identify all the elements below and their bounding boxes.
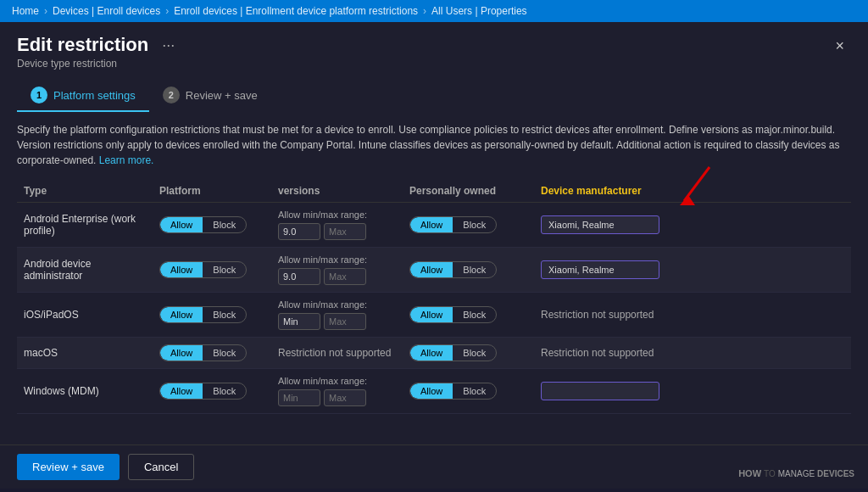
version-label: Allow min/max range: — [278, 210, 396, 220]
platform-block-btn[interactable]: Block — [203, 262, 246, 277]
version-min-input[interactable] — [278, 313, 320, 330]
version-min-input[interactable] — [278, 268, 320, 285]
personally-allow-btn[interactable]: Allow — [410, 345, 453, 361]
col-type: Type — [17, 180, 153, 203]
manufacturer-input[interactable] — [541, 382, 659, 400]
header-area: Edit restriction ··· Device type restric… — [0, 22, 868, 70]
personally-allow-btn[interactable]: Allow — [410, 383, 453, 399]
cell-platform: AllowBlock — [153, 369, 271, 414]
cancel-button[interactable]: Cancel — [128, 454, 194, 480]
cell-personally-owned: AllowBlock — [403, 369, 534, 414]
cell-personally-owned: AllowBlock — [403, 293, 534, 338]
cell-device-manufacturer — [534, 369, 851, 414]
col-personally-owned: Personally owned — [403, 180, 534, 203]
cell-platform: AllowBlock — [153, 203, 271, 248]
breadcrumb-platform[interactable]: Enroll devices | Enrollment device platf… — [174, 5, 418, 17]
personally-block-btn[interactable]: Block — [453, 262, 496, 277]
content-area: Specify the platform configuration restr… — [0, 112, 868, 444]
breadcrumb-sep2: › — [165, 5, 169, 17]
ellipsis-button[interactable]: ··· — [157, 35, 180, 56]
description-text: Specify the platform configuration restr… — [17, 122, 851, 168]
cell-type: Android Enterprise (work profile) — [17, 203, 153, 248]
version-not-supported: Restriction not supported — [278, 347, 391, 359]
platform-block-btn[interactable]: Block — [203, 383, 246, 399]
platform-allow-btn[interactable]: Allow — [160, 262, 203, 277]
watermark: HOW TO MANAGE DEVICES — [738, 468, 854, 478]
table-row: Android Enterprise (work profile)AllowBl… — [17, 203, 851, 248]
title-group: Edit restriction ··· Device type restric… — [17, 34, 180, 70]
tab-review-save[interactable]: 2 Review + save — [149, 80, 271, 112]
watermark-devices: DEVICES — [817, 469, 854, 478]
platform-block-btn[interactable]: Block — [203, 217, 246, 232]
page-title: Edit restriction — [17, 34, 148, 56]
cell-platform: AllowBlock — [153, 248, 271, 293]
platform-allow-btn[interactable]: Allow — [160, 307, 203, 322]
cell-type: iOS/iPadOS — [17, 293, 153, 338]
review-save-button[interactable]: Review + save — [17, 454, 120, 480]
col-platform: Platform — [153, 180, 271, 203]
table-header-row: Type Platform versions Personally owned … — [17, 180, 851, 203]
version-label: Allow min/max range: — [278, 376, 396, 386]
close-button[interactable]: × — [828, 34, 851, 59]
tabs-row: 1 Platform settings 2 Review + save — [0, 70, 868, 112]
version-max-input[interactable] — [324, 389, 366, 406]
manufacturer-input[interactable] — [541, 215, 659, 234]
breadcrumb-allusers[interactable]: All Users | Properties — [431, 5, 526, 17]
platform-allow-btn[interactable]: Allow — [160, 217, 203, 232]
manufacturer-input[interactable] — [541, 260, 659, 279]
personally-allow-btn[interactable]: Allow — [410, 217, 453, 232]
watermark-manage: MANAGE — [778, 469, 815, 478]
footer: Review + save Cancel — [0, 444, 868, 489]
title-row: Edit restriction ··· — [17, 34, 180, 56]
version-min-input[interactable] — [278, 223, 320, 240]
platform-allow-btn[interactable]: Allow — [160, 383, 203, 399]
version-max-input[interactable] — [324, 313, 366, 330]
cell-type: Windows (MDM) — [17, 369, 153, 414]
table-row: macOSAllowBlockRestriction not supported… — [17, 338, 851, 369]
red-arrow-indicator — [671, 163, 722, 210]
cell-type: Android device administrator — [17, 248, 153, 293]
personally-block-btn[interactable]: Block — [453, 345, 496, 361]
breadcrumb-bar: Home › Devices | Enroll devices › Enroll… — [0, 0, 868, 22]
cell-device-manufacturer: Restriction not supported — [534, 338, 851, 369]
personally-block-btn[interactable]: Block — [453, 307, 496, 322]
table-row: Windows (MDM)AllowBlockAllow min/max ran… — [17, 369, 851, 414]
version-max-input[interactable] — [324, 223, 366, 240]
cell-personally-owned: AllowBlock — [403, 248, 534, 293]
restrictions-table: Type Platform versions Personally owned … — [17, 180, 851, 414]
page-subtitle: Device type restriction — [17, 58, 180, 70]
cell-versions: Allow min/max range: — [271, 293, 403, 338]
personally-allow-btn[interactable]: Allow — [410, 307, 453, 322]
cell-versions: Allow min/max range: — [271, 203, 403, 248]
table-row: iOS/iPadOSAllowBlockAllow min/max range:… — [17, 293, 851, 338]
cell-device-manufacturer — [534, 248, 851, 293]
manufacturer-not-supported: Restriction not supported — [541, 347, 654, 359]
col-versions: versions — [271, 180, 403, 203]
version-max-input[interactable] — [324, 268, 366, 285]
main-container: Edit restriction ··· Device type restric… — [0, 22, 868, 489]
svg-marker-1 — [680, 195, 695, 205]
version-min-input[interactable] — [278, 389, 320, 406]
cell-platform: AllowBlock — [153, 338, 271, 369]
tab-platform-settings[interactable]: 1 Platform settings — [17, 80, 149, 112]
breadcrumb-enroll[interactable]: Devices | Enroll devices — [53, 5, 160, 17]
platform-block-btn[interactable]: Block — [203, 345, 246, 361]
watermark-how: HOW — [738, 468, 761, 478]
cell-device-manufacturer: Restriction not supported — [534, 293, 851, 338]
table-row: Android device administratorAllowBlockAl… — [17, 248, 851, 293]
personally-block-btn[interactable]: Block — [453, 383, 496, 399]
breadcrumb-sep3: › — [423, 5, 426, 17]
breadcrumb-home[interactable]: Home — [12, 5, 39, 17]
cell-type: macOS — [17, 338, 153, 369]
cell-versions: Allow min/max range: — [271, 369, 403, 414]
tab1-num: 1 — [31, 87, 47, 103]
cell-versions: Allow min/max range: — [271, 248, 403, 293]
personally-allow-btn[interactable]: Allow — [410, 262, 453, 277]
personally-block-btn[interactable]: Block — [453, 217, 496, 232]
tab2-num: 2 — [163, 87, 180, 103]
platform-allow-btn[interactable]: Allow — [160, 345, 203, 361]
platform-block-btn[interactable]: Block — [203, 307, 246, 322]
cell-platform: AllowBlock — [153, 293, 271, 338]
learn-more-link[interactable]: Learn more. — [99, 154, 154, 166]
breadcrumb-sep1: › — [44, 5, 47, 17]
